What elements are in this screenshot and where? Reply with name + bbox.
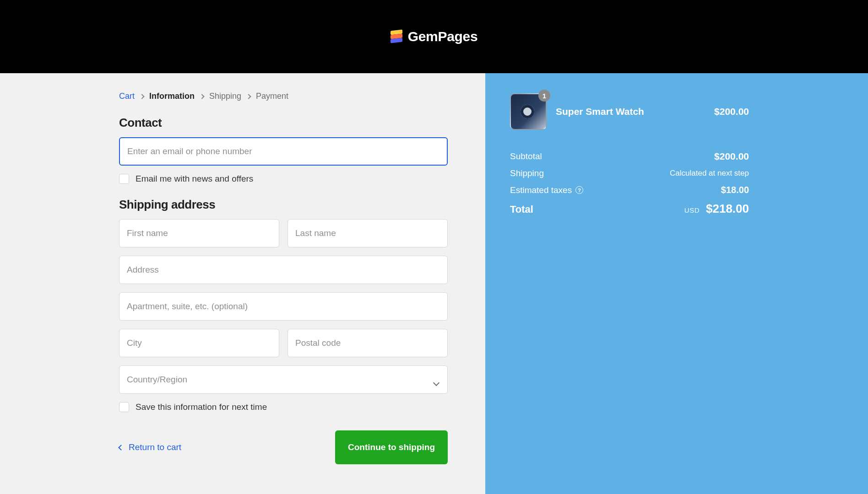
subtotal-label: Subtotal (510, 151, 542, 161)
total-value: $218.00 (706, 202, 749, 216)
return-to-cart-label: Return to cart (129, 442, 181, 452)
tax-row: Estimated taxes ? $18.00 (510, 185, 749, 195)
first-name-input[interactable] (119, 219, 279, 247)
subtotal-value: $200.00 (714, 151, 749, 162)
brand-name: GemPages (408, 29, 478, 44)
save-info-checkbox[interactable] (119, 402, 129, 412)
email-phone-input[interactable] (119, 137, 448, 166)
last-name-input[interactable] (288, 219, 448, 247)
save-info-label: Save this information for next time (136, 402, 267, 412)
tax-label: Estimated taxes (510, 185, 572, 195)
news-offers-checkbox[interactable] (119, 174, 129, 184)
shipping-value: Calculated at next step (670, 169, 749, 178)
shipping-label: Shipping (510, 168, 544, 178)
checkout-form-panel: Cart Information Shipping Payment Contac… (0, 73, 485, 494)
order-line-item: 1 Super Smart Watch $200.00 (510, 93, 749, 130)
continue-to-shipping-button[interactable]: Continue to shipping (335, 430, 448, 464)
address-input[interactable] (119, 256, 448, 284)
shipping-address-heading: Shipping address (119, 198, 448, 212)
chevron-left-icon (118, 445, 124, 451)
city-input[interactable] (119, 329, 279, 357)
total-row: Total USD $218.00 (510, 202, 749, 216)
breadcrumb-payment[interactable]: Payment (256, 91, 288, 101)
apartment-input[interactable] (119, 292, 448, 321)
product-thumbnail: 1 (510, 93, 547, 130)
product-price: $200.00 (714, 106, 749, 117)
product-name: Super Smart Watch (556, 106, 705, 117)
chevron-right-icon (140, 95, 144, 98)
total-currency: USD (684, 206, 700, 214)
chevron-right-icon (247, 95, 250, 98)
breadcrumb: Cart Information Shipping Payment (119, 91, 448, 101)
brand-logo[interactable]: GemPages (391, 29, 478, 44)
news-offers-label: Email me with news and offers (136, 174, 253, 184)
chevron-right-icon (200, 95, 204, 98)
quantity-badge: 1 (538, 90, 550, 102)
logo-mark-icon (391, 30, 402, 43)
return-to-cart-link[interactable]: Return to cart (119, 442, 181, 452)
breadcrumb-cart[interactable]: Cart (119, 91, 135, 101)
breadcrumb-shipping[interactable]: Shipping (209, 91, 241, 101)
tax-value: $18.00 (721, 185, 749, 195)
header: GemPages (0, 0, 868, 73)
total-label: Total (510, 204, 533, 215)
postal-code-input[interactable] (288, 329, 448, 357)
shipping-row: Shipping Calculated at next step (510, 168, 749, 178)
order-summary-panel: 1 Super Smart Watch $200.00 Subtotal $20… (485, 73, 868, 494)
contact-heading: Contact (119, 116, 448, 130)
country-region-select[interactable] (119, 365, 448, 394)
breadcrumb-information: Information (149, 91, 195, 101)
info-icon[interactable]: ? (575, 186, 583, 194)
subtotal-row: Subtotal $200.00 (510, 151, 749, 162)
